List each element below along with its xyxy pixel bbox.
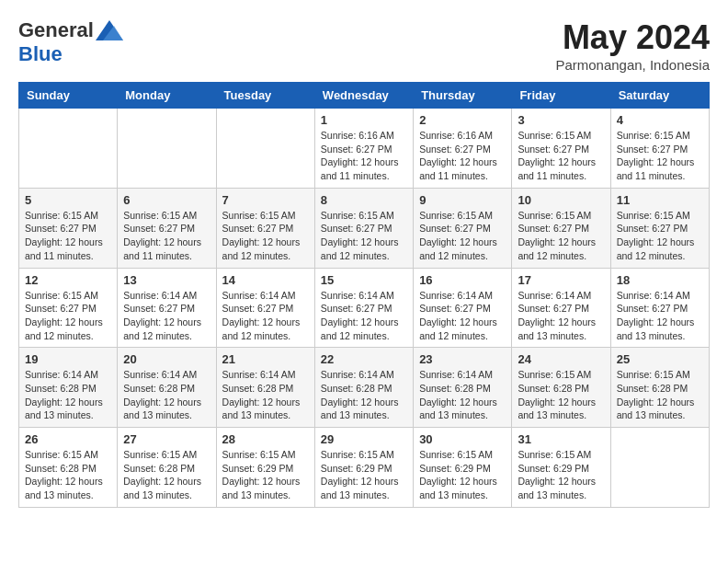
day-number: 6 [123, 193, 210, 207]
day-info: Sunrise: 6:15 AM Sunset: 6:28 PM Dayligh… [617, 368, 703, 422]
day-number: 5 [25, 193, 111, 207]
day-cell-17: 17Sunrise: 6:14 AM Sunset: 6:27 PM Dayli… [512, 268, 610, 348]
day-number: 20 [123, 352, 210, 366]
day-number: 9 [419, 193, 506, 207]
day-info: Sunrise: 6:14 AM Sunset: 6:27 PM Dayligh… [518, 289, 604, 343]
week-row-1: 1Sunrise: 6:16 AM Sunset: 6:27 PM Daylig… [19, 109, 710, 189]
day-cell-20: 20Sunrise: 6:14 AM Sunset: 6:28 PM Dayli… [118, 348, 216, 428]
day-cell-24: 24Sunrise: 6:15 AM Sunset: 6:28 PM Dayli… [512, 348, 610, 428]
day-number: 3 [518, 113, 604, 127]
title-block: May 2024 Parmonangan, Indonesia [555, 18, 710, 73]
day-cell-25: 25Sunrise: 6:15 AM Sunset: 6:28 PM Dayli… [610, 348, 709, 428]
day-number: 13 [123, 273, 210, 287]
day-cell-9: 9Sunrise: 6:15 AM Sunset: 6:27 PM Daylig… [414, 188, 512, 268]
day-cell-28: 28Sunrise: 6:15 AM Sunset: 6:29 PM Dayli… [216, 428, 314, 508]
day-cell-13: 13Sunrise: 6:14 AM Sunset: 6:27 PM Dayli… [118, 268, 216, 348]
day-cell-1: 1Sunrise: 6:16 AM Sunset: 6:27 PM Daylig… [314, 109, 413, 189]
day-number: 11 [617, 193, 703, 207]
day-cell-15: 15Sunrise: 6:14 AM Sunset: 6:27 PM Dayli… [314, 268, 413, 348]
day-cell-23: 23Sunrise: 6:14 AM Sunset: 6:28 PM Dayli… [414, 348, 512, 428]
day-number: 22 [321, 352, 407, 366]
day-info: Sunrise: 6:14 AM Sunset: 6:28 PM Dayligh… [25, 368, 111, 422]
day-cell-26: 26Sunrise: 6:15 AM Sunset: 6:28 PM Dayli… [19, 428, 118, 508]
day-number: 17 [518, 273, 604, 287]
day-number: 2 [419, 113, 506, 127]
day-cell-8: 8Sunrise: 6:15 AM Sunset: 6:27 PM Daylig… [314, 188, 413, 268]
day-cell-7: 7Sunrise: 6:15 AM Sunset: 6:27 PM Daylig… [216, 188, 314, 268]
day-cell-18: 18Sunrise: 6:14 AM Sunset: 6:27 PM Dayli… [610, 268, 709, 348]
day-number: 18 [617, 273, 703, 287]
day-number: 29 [321, 432, 407, 446]
day-cell-10: 10Sunrise: 6:15 AM Sunset: 6:27 PM Dayli… [512, 188, 610, 268]
day-number: 16 [419, 273, 506, 287]
day-info: Sunrise: 6:16 AM Sunset: 6:27 PM Dayligh… [419, 129, 506, 183]
day-info: Sunrise: 6:15 AM Sunset: 6:29 PM Dayligh… [222, 448, 309, 502]
day-number: 23 [419, 352, 506, 366]
day-cell-21: 21Sunrise: 6:14 AM Sunset: 6:28 PM Dayli… [216, 348, 314, 428]
day-cell-14: 14Sunrise: 6:14 AM Sunset: 6:27 PM Dayli… [216, 268, 314, 348]
day-info: Sunrise: 6:14 AM Sunset: 6:27 PM Dayligh… [321, 289, 407, 343]
day-cell-22: 22Sunrise: 6:14 AM Sunset: 6:28 PM Dayli… [314, 348, 413, 428]
day-info: Sunrise: 6:15 AM Sunset: 6:29 PM Dayligh… [419, 448, 506, 502]
day-info: Sunrise: 6:14 AM Sunset: 6:27 PM Dayligh… [123, 289, 210, 343]
day-number: 31 [518, 432, 604, 446]
day-number: 12 [25, 273, 111, 287]
day-number: 28 [222, 432, 309, 446]
day-info: Sunrise: 6:14 AM Sunset: 6:28 PM Dayligh… [123, 368, 210, 422]
header-row: SundayMondayTuesdayWednesdayThursdayFrid… [19, 83, 710, 109]
day-number: 19 [25, 352, 111, 366]
day-number: 4 [617, 113, 703, 127]
week-row-5: 26Sunrise: 6:15 AM Sunset: 6:28 PM Dayli… [19, 428, 710, 508]
day-number: 8 [321, 193, 407, 207]
day-info: Sunrise: 6:14 AM Sunset: 6:27 PM Dayligh… [617, 289, 703, 343]
day-number: 1 [321, 113, 407, 127]
empty-cell [610, 428, 709, 508]
col-header-wednesday: Wednesday [314, 83, 413, 109]
day-cell-11: 11Sunrise: 6:15 AM Sunset: 6:27 PM Dayli… [610, 188, 709, 268]
day-cell-16: 16Sunrise: 6:14 AM Sunset: 6:27 PM Dayli… [414, 268, 512, 348]
day-info: Sunrise: 6:14 AM Sunset: 6:28 PM Dayligh… [419, 368, 506, 422]
day-info: Sunrise: 6:15 AM Sunset: 6:28 PM Dayligh… [25, 448, 111, 502]
day-info: Sunrise: 6:15 AM Sunset: 6:28 PM Dayligh… [123, 448, 210, 502]
day-info: Sunrise: 6:15 AM Sunset: 6:27 PM Dayligh… [222, 209, 309, 263]
day-number: 14 [222, 273, 309, 287]
week-row-3: 12Sunrise: 6:15 AM Sunset: 6:27 PM Dayli… [19, 268, 710, 348]
day-info: Sunrise: 6:15 AM Sunset: 6:27 PM Dayligh… [419, 209, 506, 263]
day-cell-5: 5Sunrise: 6:15 AM Sunset: 6:27 PM Daylig… [19, 188, 118, 268]
day-info: Sunrise: 6:15 AM Sunset: 6:27 PM Dayligh… [617, 129, 703, 183]
day-info: Sunrise: 6:15 AM Sunset: 6:28 PM Dayligh… [518, 368, 604, 422]
day-info: Sunrise: 6:15 AM Sunset: 6:27 PM Dayligh… [123, 209, 210, 263]
day-info: Sunrise: 6:15 AM Sunset: 6:27 PM Dayligh… [617, 209, 703, 263]
day-number: 26 [25, 432, 111, 446]
day-cell-19: 19Sunrise: 6:14 AM Sunset: 6:28 PM Dayli… [19, 348, 118, 428]
day-number: 7 [222, 193, 309, 207]
day-info: Sunrise: 6:15 AM Sunset: 6:27 PM Dayligh… [25, 289, 111, 343]
day-cell-3: 3Sunrise: 6:15 AM Sunset: 6:27 PM Daylig… [512, 109, 610, 189]
page-header: General Blue May 2024 Parmonangan, Indon… [18, 18, 710, 73]
day-info: Sunrise: 6:15 AM Sunset: 6:27 PM Dayligh… [518, 209, 604, 263]
day-cell-2: 2Sunrise: 6:16 AM Sunset: 6:27 PM Daylig… [414, 109, 512, 189]
col-header-saturday: Saturday [610, 83, 709, 109]
day-info: Sunrise: 6:14 AM Sunset: 6:28 PM Dayligh… [321, 368, 407, 422]
calendar: SundayMondayTuesdayWednesdayThursdayFrid… [18, 82, 710, 508]
day-cell-30: 30Sunrise: 6:15 AM Sunset: 6:29 PM Dayli… [414, 428, 512, 508]
day-number: 15 [321, 273, 407, 287]
day-cell-29: 29Sunrise: 6:15 AM Sunset: 6:29 PM Dayli… [314, 428, 413, 508]
logo-icon [96, 20, 123, 40]
col-header-monday: Monday [118, 83, 216, 109]
day-cell-6: 6Sunrise: 6:15 AM Sunset: 6:27 PM Daylig… [118, 188, 216, 268]
day-number: 27 [123, 432, 210, 446]
col-header-sunday: Sunday [19, 83, 118, 109]
day-info: Sunrise: 6:14 AM Sunset: 6:28 PM Dayligh… [222, 368, 309, 422]
day-cell-31: 31Sunrise: 6:15 AM Sunset: 6:29 PM Dayli… [512, 428, 610, 508]
col-header-friday: Friday [512, 83, 610, 109]
day-info: Sunrise: 6:15 AM Sunset: 6:29 PM Dayligh… [321, 448, 407, 502]
day-info: Sunrise: 6:14 AM Sunset: 6:27 PM Dayligh… [419, 289, 506, 343]
week-row-4: 19Sunrise: 6:14 AM Sunset: 6:28 PM Dayli… [19, 348, 710, 428]
day-number: 24 [518, 352, 604, 366]
day-info: Sunrise: 6:15 AM Sunset: 6:27 PM Dayligh… [321, 209, 407, 263]
day-info: Sunrise: 6:15 AM Sunset: 6:29 PM Dayligh… [518, 448, 604, 502]
empty-cell [118, 109, 216, 189]
location: Parmonangan, Indonesia [555, 57, 710, 73]
day-number: 30 [419, 432, 506, 446]
